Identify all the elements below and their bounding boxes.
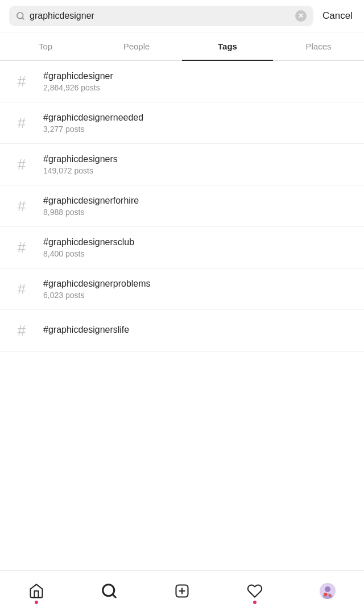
list-item[interactable]: # #graphicdesignerproblems 6,023 posts [0, 268, 364, 310]
hashtag-icon: # [9, 276, 34, 301]
nav-profile[interactable] [313, 577, 342, 605]
add-icon [174, 583, 190, 599]
hashtag-icon: # [9, 318, 34, 343]
results-list: # #graphicdesigner 2,864,926 posts # #gr… [0, 61, 364, 397]
tabs-bar: Top People Tags Places [0, 32, 364, 61]
svg-point-11 [329, 594, 331, 597]
list-item[interactable]: # #graphicdesigners 149,072 posts [0, 144, 364, 185]
clear-icon: ✕ [298, 12, 304, 20]
result-tag: #graphicdesigner [43, 71, 355, 81]
search-bar: ✕ Cancel [0, 0, 364, 32]
hashtag-icon: # [9, 152, 34, 177]
nav-search[interactable] [95, 577, 123, 605]
search-nav-icon [101, 582, 118, 600]
result-tag: #graphicdesignersclub [43, 237, 355, 247]
heart-icon [247, 583, 263, 599]
list-item[interactable]: # #graphicdesignerforhire 8,988 posts [0, 185, 364, 227]
result-info: #graphicdesignerneeded 3,277 posts [43, 113, 355, 134]
result-count: 8,400 posts [43, 249, 355, 258]
list-item[interactable]: # #graphicdesigner 2,864,926 posts [0, 61, 364, 102]
result-tag: #graphicdesignerproblems [43, 279, 355, 289]
list-item[interactable]: # #graphicdesignerneeded 3,277 posts [0, 102, 364, 144]
result-info: #graphicdesignersclub 8,400 posts [43, 237, 355, 258]
result-count: 149,072 posts [43, 166, 355, 175]
result-tag: #graphicdesignerslife [43, 325, 355, 335]
result-tag: #graphicdesigners [43, 154, 355, 164]
cancel-button[interactable]: Cancel [320, 8, 355, 24]
svg-line-3 [113, 594, 115, 597]
home-icon [28, 583, 44, 599]
home-notification-dot [35, 601, 38, 604]
clear-button[interactable]: ✕ [295, 10, 307, 22]
svg-point-10 [324, 593, 327, 596]
nav-home[interactable] [22, 577, 51, 605]
hashtag-icon: # [9, 193, 34, 218]
tab-tags[interactable]: Tags [182, 32, 273, 60]
svg-point-8 [325, 586, 330, 592]
result-tag: #graphicdesignerforhire [43, 196, 355, 206]
list-item[interactable]: # #graphicdesignerslife [0, 310, 364, 352]
svg-line-1 [22, 18, 24, 19]
hashtag-icon: # [9, 69, 34, 94]
tab-people[interactable]: People [91, 32, 182, 60]
nav-add[interactable] [168, 577, 196, 605]
activity-notification-dot [253, 601, 257, 604]
list-item[interactable]: # #graphicdesignersclub 8,400 posts [0, 227, 364, 268]
nav-activity[interactable] [241, 577, 269, 605]
result-count: 6,023 posts [43, 291, 355, 300]
result-info: #graphicdesignerslife [43, 325, 355, 337]
hashtag-icon: # [9, 235, 34, 260]
result-tag: #graphicdesignerneeded [43, 113, 355, 123]
tab-places[interactable]: Places [273, 32, 364, 60]
avatar [320, 583, 336, 599]
bottom-nav [0, 570, 364, 616]
tab-top[interactable]: Top [0, 32, 91, 60]
result-info: #graphicdesignerforhire 8,988 posts [43, 196, 355, 217]
hashtag-icon: # [9, 110, 34, 135]
result-info: #graphicdesignerproblems 6,023 posts [43, 279, 355, 300]
result-info: #graphicdesigners 149,072 posts [43, 154, 355, 175]
result-info: #graphicdesigner 2,864,926 posts [43, 71, 355, 92]
search-icon [16, 11, 25, 20]
result-count: 2,864,926 posts [43, 83, 355, 92]
result-count: 3,277 posts [43, 125, 355, 134]
result-count: 8,988 posts [43, 208, 355, 217]
search-input[interactable] [30, 11, 291, 21]
search-input-wrapper: ✕ [9, 6, 313, 26]
